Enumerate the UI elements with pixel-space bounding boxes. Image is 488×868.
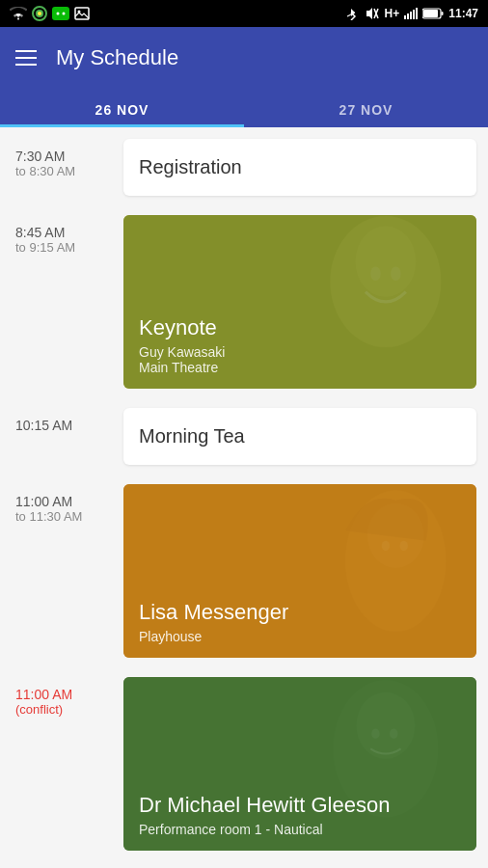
- time-col-lisa: 11:00 AM to 11:30 AM: [15, 484, 112, 524]
- time-col-registration: 7:30 AM to 8:30 AM: [15, 139, 112, 178]
- card-keynote[interactable]: Keynote Guy Kawasaki Main Theatre: [123, 215, 476, 389]
- svg-rect-19: [442, 12, 444, 15]
- time-start-lisa: 11:00 AM: [15, 494, 112, 509]
- bluetooth-icon: [344, 7, 358, 20]
- tab-26-nov[interactable]: 26 NOV: [0, 89, 244, 127]
- clock: 11:47: [448, 7, 478, 20]
- status-icons: [10, 6, 90, 21]
- time-start-registration: 7:30 AM: [15, 149, 112, 164]
- svg-rect-6: [75, 8, 89, 19]
- schedule-list: 7:30 AM to 8:30 AM Registration 8:45 AM …: [0, 127, 488, 868]
- time-col-morning-tea: 10:15 AM: [15, 408, 112, 433]
- tab-bar: 26 NOV 27 NOV: [0, 89, 488, 127]
- signal-icon: [404, 8, 418, 19]
- svg-point-5: [63, 13, 66, 15]
- svg-point-2: [38, 12, 41, 15]
- tab-27-nov[interactable]: 27 NOV: [244, 89, 488, 127]
- hamburger-menu[interactable]: [15, 50, 37, 66]
- schedule-row-keynote: 8:45 AM to 9:15 AM Keynote Guy Kawasaki …: [0, 203, 488, 396]
- keynote-content: Keynote Guy Kawasaki Main Theatre: [123, 302, 476, 389]
- svg-rect-14: [410, 12, 412, 19]
- michael-content: Dr Michael Hewitt Gleeson Performance ro…: [123, 779, 476, 851]
- wechat-icon: [52, 7, 69, 20]
- image-icon: [74, 7, 90, 20]
- wifi-icon: [10, 7, 27, 20]
- battery-icon: [422, 8, 444, 19]
- time-col-michael: 11:00 AM (conflict): [15, 677, 112, 717]
- time-start-michael: 11:00 AM: [15, 687, 112, 702]
- volume-icon: [363, 7, 380, 20]
- keynote-sub1: Guy Kawasaki: [139, 344, 461, 360]
- svg-marker-9: [366, 8, 372, 19]
- time-end-michael: (conflict): [15, 702, 112, 717]
- schedule-row-lisa: 11:00 AM to 11:30 AM Lisa Messenger Play…: [0, 473, 488, 665]
- keynote-title: Keynote: [139, 315, 461, 340]
- schedule-row-morning-tea: 10:15 AM Morning Tea: [0, 396, 488, 473]
- page-title: My Schedule: [56, 45, 178, 70]
- lisa-content: Lisa Messenger Playhouse: [123, 586, 476, 658]
- svg-rect-16: [416, 8, 418, 19]
- svg-rect-13: [407, 14, 409, 19]
- card-lisa[interactable]: Lisa Messenger Playhouse: [123, 484, 476, 658]
- schedule-row-registration: 7:30 AM to 8:30 AM Registration: [0, 127, 488, 203]
- card-title-registration: Registration: [139, 156, 242, 177]
- svg-point-4: [57, 13, 60, 15]
- svg-rect-3: [52, 7, 69, 20]
- michael-sub2: Performance room 1 - Nautical: [139, 822, 461, 837]
- time-start-morning-tea: 10:15 AM: [15, 418, 112, 433]
- time-end-lisa: to 11:30 AM: [15, 509, 112, 524]
- card-title-morning-tea: Morning Tea: [139, 425, 245, 447]
- card-michael[interactable]: Dr Michael Hewitt Gleeson Performance ro…: [123, 677, 476, 851]
- michael-title: Dr Michael Hewitt Gleeson: [139, 793, 461, 818]
- svg-rect-18: [423, 10, 438, 17]
- card-registration[interactable]: Registration: [123, 139, 476, 196]
- globe-icon: [32, 6, 47, 21]
- time-end-keynote: to 9:15 AM: [15, 240, 112, 255]
- network-indicator: H+: [385, 7, 400, 20]
- status-right: H+ 11:47: [344, 7, 478, 20]
- schedule-row-michael: 11:00 AM (conflict) Dr Michael Hewitt Gl…: [0, 665, 488, 858]
- svg-rect-15: [413, 10, 415, 19]
- card-morning-tea[interactable]: Morning Tea: [123, 408, 476, 465]
- time-end-registration: to 8:30 AM: [15, 164, 112, 178]
- keynote-sub2: Main Theatre: [139, 360, 461, 375]
- lisa-title: Lisa Messenger: [139, 600, 461, 625]
- top-bar: My Schedule: [0, 27, 488, 89]
- svg-rect-12: [404, 15, 406, 19]
- time-col-keynote: 8:45 AM to 9:15 AM: [15, 215, 112, 255]
- status-bar: H+ 11:47: [0, 0, 488, 27]
- time-start-keynote: 8:45 AM: [15, 225, 112, 240]
- lisa-sub2: Playhouse: [139, 629, 461, 644]
